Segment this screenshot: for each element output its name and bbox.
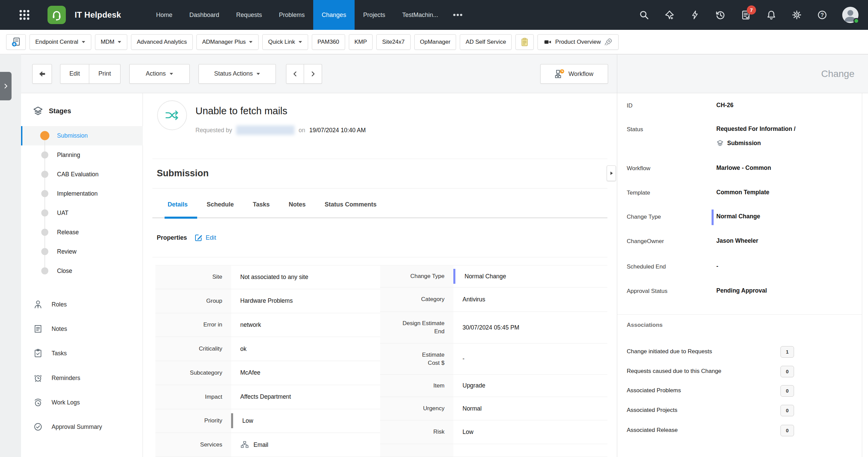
sidebar-item-work-logs[interactable]: Work Logs <box>21 393 143 412</box>
property-label: Estimate Cost $ <box>380 343 453 374</box>
property-row-urgency: Urgency Normal <box>380 397 607 420</box>
sidebar-stage-uat[interactable]: UAT <box>57 210 69 217</box>
actions-dropdown[interactable]: Actions <box>129 64 190 84</box>
nav-testmachine[interactable]: TestMachin... <box>394 0 447 30</box>
help-button[interactable]: ? <box>817 9 828 20</box>
quickbar-kmp[interactable]: KMP <box>349 34 373 50</box>
quickbar-endpoint-central[interactable]: Endpoint Central <box>30 34 91 50</box>
edit-properties-link[interactable]: Edit <box>194 234 216 242</box>
properties-label: Properties <box>157 234 187 241</box>
search-button[interactable] <box>639 9 649 20</box>
field-value-template: Common Template <box>716 189 769 196</box>
nav-changes-active[interactable]: Changes <box>313 0 355 30</box>
whats-new-button[interactable] <box>664 9 675 20</box>
quickbar-advanced-analytics[interactable]: Advanced Analytics <box>131 34 192 50</box>
field-value-approval-status: Pending Approval <box>716 287 767 294</box>
next-record-button[interactable] <box>304 64 322 84</box>
sidebar-stage-cab-evaluation[interactable]: CAB Evaluation <box>57 171 99 178</box>
quickbar-site24x7[interactable]: Site24x7 <box>376 34 410 50</box>
collapse-panel-button[interactable] <box>607 165 616 181</box>
requested-by-line: Requested by on 19/07/2024 10:40 AM <box>195 125 366 135</box>
property-label: Site <box>155 265 231 289</box>
sidebar-stage-release[interactable]: Release <box>57 229 79 236</box>
edit-button[interactable]: Edit <box>60 64 89 84</box>
sidebar-item-approval-summary[interactable]: Approval Summary <box>21 417 143 436</box>
sidebar-item-label: Notes <box>52 325 67 333</box>
quickbar-opmanager[interactable]: OpManager <box>414 34 456 50</box>
assoc-problems-count[interactable]: 0 <box>780 385 794 397</box>
prev-next-group <box>286 64 322 84</box>
nav-more-menu[interactable] <box>447 0 469 30</box>
quickbar-admanager-plus[interactable]: ADManager Plus <box>196 34 259 50</box>
nav-home[interactable]: Home <box>148 0 181 30</box>
chevron-right-icon <box>310 71 316 77</box>
quickbar-mdm[interactable]: MDM <box>95 34 128 50</box>
user-avatar[interactable] <box>842 7 858 23</box>
property-row-services: Services Email <box>155 433 380 457</box>
workflow-button[interactable]: Workflow <box>540 64 608 84</box>
assoc-requests-caused-count[interactable]: 0 <box>780 366 794 377</box>
settings-button[interactable] <box>791 9 802 20</box>
quickbar-ad-self-service[interactable]: AD Self Service <box>460 34 512 50</box>
stages-sidebar: Stages Submission Planning CAB Evaluatio… <box>21 93 143 457</box>
property-value: Antivirus <box>453 287 607 312</box>
tab-notes[interactable]: Notes <box>289 201 306 208</box>
button-label: Status Actions <box>214 70 253 77</box>
helpdesk-logo[interactable] <box>48 6 66 24</box>
assoc-change-initiated-label: Change initiated due to Requests <box>627 348 712 355</box>
sidebar-stage-submission[interactable]: Submission <box>57 132 88 139</box>
sidebar-stage-review[interactable]: Review <box>57 248 76 255</box>
property-label: Urgency <box>380 397 453 420</box>
assoc-projects-count[interactable]: 0 <box>780 405 794 416</box>
headset-icon <box>51 9 63 21</box>
tab-status-comments[interactable]: Status Comments <box>325 201 377 208</box>
sidebar-item-tasks[interactable]: Tasks <box>21 344 143 363</box>
nav-projects[interactable]: Projects <box>355 0 394 30</box>
sidebar-item-notes[interactable]: Notes <box>21 319 143 338</box>
quickbar-quick-link[interactable]: Quick Link <box>262 34 308 50</box>
property-row-impact: Impact Affects Department <box>155 385 380 409</box>
sidebar-item-reminders[interactable]: Reminders <box>21 369 143 388</box>
back-button[interactable] <box>32 64 52 84</box>
history-button[interactable] <box>715 9 726 20</box>
field-value-change-type: Normal Change <box>716 213 760 220</box>
assoc-change-initiated-count[interactable]: 1 <box>780 346 794 358</box>
announcements-button[interactable]: 7 <box>740 9 751 20</box>
sidebar-stage-planning[interactable]: Planning <box>57 152 80 159</box>
live-events-button[interactable] <box>690 9 700 20</box>
add-template-button[interactable] <box>6 34 26 50</box>
notifications-button[interactable] <box>766 9 777 20</box>
tab-details[interactable]: Details <box>168 201 188 208</box>
nav-dashboard[interactable]: Dashboard <box>181 0 228 30</box>
sidebar-item-roles[interactable]: Roles <box>21 295 143 314</box>
release-notes-button[interactable] <box>515 34 534 50</box>
sidebar-stage-close[interactable]: Close <box>57 267 72 275</box>
assoc-release-count[interactable]: 0 <box>780 425 794 436</box>
stage-dot-submission <box>40 131 50 140</box>
caret-down-icon <box>169 73 173 75</box>
previous-record-button[interactable] <box>286 64 304 84</box>
status-actions-dropdown[interactable]: Status Actions <box>199 64 276 84</box>
stages-title: Stages <box>49 107 71 115</box>
app-grid-menu-icon[interactable] <box>16 6 33 24</box>
main-navigation: Home Dashboard Requests Problems Changes… <box>148 0 469 30</box>
nav-requests[interactable]: Requests <box>228 0 270 30</box>
expand-sidebar-tab[interactable] <box>0 72 12 100</box>
grid-dots-icon <box>19 9 30 21</box>
button-label: AD Self Service <box>466 39 506 45</box>
button-label: Workflow <box>568 71 593 78</box>
right-scroll-gutter[interactable] <box>862 93 868 457</box>
tab-tasks[interactable]: Tasks <box>253 201 270 208</box>
add-document-icon <box>11 37 21 47</box>
quickbar-pam360[interactable]: PAM360 <box>312 34 345 50</box>
print-button[interactable]: Print <box>89 64 120 84</box>
tab-schedule[interactable]: Schedule <box>207 201 234 208</box>
app-title: IT Helpdesk <box>75 10 121 20</box>
nav-problems[interactable]: Problems <box>270 0 313 30</box>
property-value: Normal Change <box>455 273 506 280</box>
sidebar-item-label: Approval Summary <box>52 423 102 431</box>
sidebar-stage-implementation[interactable]: Implementation <box>57 190 98 197</box>
product-overview-button[interactable]: Product Overview <box>537 34 618 50</box>
field-label-change-owner: ChangeOwner <box>627 238 664 245</box>
property-value: Normal <box>453 397 607 420</box>
